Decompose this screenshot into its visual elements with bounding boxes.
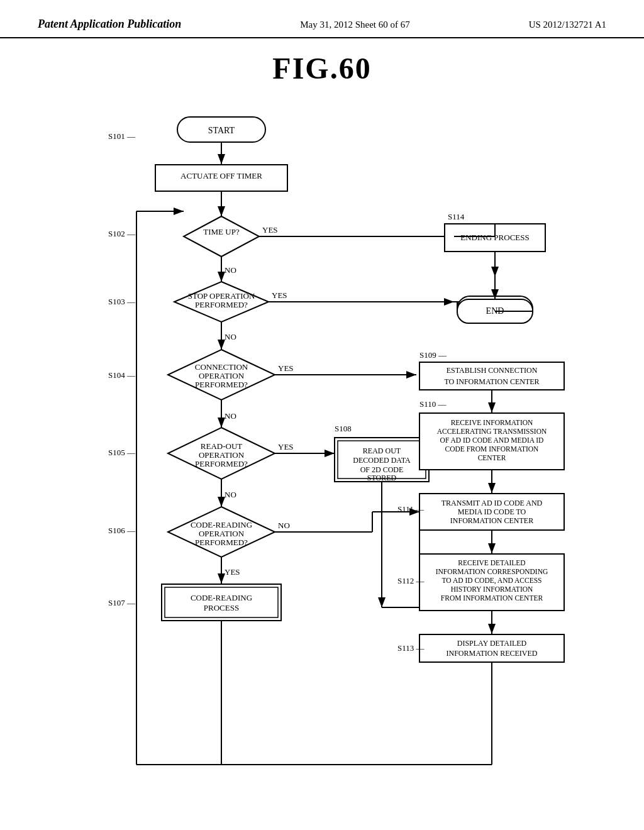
svg-text:PERFORMED?: PERFORMED? <box>195 380 248 389</box>
svg-marker-9 <box>184 216 259 257</box>
svg-text:ESTABLISH CONNECTION: ESTABLISH CONNECTION <box>447 366 538 375</box>
svg-text:RECEIVE INFORMATION: RECEIVE INFORMATION <box>451 419 533 426</box>
svg-text:STOP OPERATION: STOP OPERATION <box>188 291 255 301</box>
svg-text:YES: YES <box>278 442 294 451</box>
svg-text:S105 —: S105 — <box>108 448 136 457</box>
svg-text:ACTUATE OFF TIMER: ACTUATE OFF TIMER <box>180 171 262 180</box>
svg-text:INFORMATION CORRESPONDING: INFORMATION CORRESPONDING <box>436 568 548 575</box>
page-header: Patent Application Publication May 31, 2… <box>0 0 644 38</box>
svg-text:YES: YES <box>262 225 278 235</box>
svg-text:CONNECTION: CONNECTION <box>195 362 248 372</box>
svg-text:NO: NO <box>225 332 236 341</box>
svg-text:NO: NO <box>225 265 236 275</box>
svg-text:S107 —: S107 — <box>108 598 136 607</box>
svg-text:INFORMATION RECEIVED: INFORMATION RECEIVED <box>447 649 538 658</box>
figure-title: FIG.60 <box>38 51 606 86</box>
svg-rect-52 <box>165 587 278 617</box>
svg-text:TIME UP?: TIME UP? <box>203 227 240 236</box>
publication-label: Patent Application Publication <box>38 18 181 31</box>
svg-text:MEDIA ID CODE TO: MEDIA ID CODE TO <box>458 507 526 516</box>
svg-text:OF AD ID CODE AND MEDIA ID: OF AD ID CODE AND MEDIA ID <box>440 436 544 444</box>
svg-text:TO INFORMATION CENTER: TO INFORMATION CENTER <box>444 377 539 386</box>
svg-text:S114: S114 <box>448 212 465 221</box>
svg-text:S103 —: S103 — <box>108 297 136 306</box>
date-sheet-info: May 31, 2012 Sheet 60 of 67 <box>300 19 410 30</box>
svg-text:NO: NO <box>225 411 236 421</box>
svg-text:ACCELERATING TRANSMISSION: ACCELERATING TRANSMISSION <box>437 428 547 435</box>
svg-text:S106 —: S106 — <box>108 526 136 535</box>
svg-text:NO: NO <box>278 521 290 530</box>
svg-text:READ-OUT: READ-OUT <box>201 441 242 451</box>
svg-text:HISTORY INFORMATION: HISTORY INFORMATION <box>451 585 533 593</box>
svg-text:YES: YES <box>225 567 240 577</box>
svg-text:PERFORMED?: PERFORMED? <box>195 538 248 547</box>
svg-text:OPERATION: OPERATION <box>199 529 245 538</box>
svg-text:PERFORMED?: PERFORMED? <box>195 459 248 468</box>
svg-text:S112 —: S112 — <box>397 576 425 585</box>
flowchart-svg: START S101 — ACTUATE OFF TIMER TIME UP? … <box>45 104 599 796</box>
svg-text:OPERATION: OPERATION <box>199 371 245 380</box>
svg-text:S104 —: S104 — <box>108 370 136 380</box>
svg-text:S102 —: S102 — <box>108 229 136 238</box>
svg-text:DISPLAY DETAILED: DISPLAY DETAILED <box>457 639 527 648</box>
svg-text:CODE-READING: CODE-READING <box>191 520 252 529</box>
svg-text:YES: YES <box>278 363 294 373</box>
svg-text:S101 —: S101 — <box>108 131 136 141</box>
svg-text:STORED: STORED <box>367 473 397 482</box>
svg-text:OPERATION: OPERATION <box>199 450 245 460</box>
patent-number: US 2012/132721 A1 <box>529 19 606 30</box>
svg-text:TRANSMIT AD ID CODE AND: TRANSMIT AD ID CODE AND <box>441 499 543 507</box>
svg-text:NO: NO <box>225 490 236 499</box>
main-content: FIG.60 START S101 — ACTUATE OFF TI <box>0 38 644 815</box>
svg-text:DECODED DATA: DECODED DATA <box>353 456 411 465</box>
svg-text:CODE-READING: CODE-READING <box>191 593 252 602</box>
svg-text:YES: YES <box>272 290 287 300</box>
svg-text:PROCESS: PROCESS <box>204 603 239 612</box>
svg-text:READ OUT: READ OUT <box>363 446 401 455</box>
svg-text:S110 —: S110 — <box>419 399 447 409</box>
svg-text:INFORMATION CENTER: INFORMATION CENTER <box>450 516 533 525</box>
svg-text:S108: S108 <box>335 424 352 433</box>
svg-text:TO AD ID CODE, AND ACCESS: TO AD ID CODE, AND ACCESS <box>442 577 542 585</box>
flowchart-diagram: START S101 — ACTUATE OFF TIMER TIME UP? … <box>45 104 599 796</box>
svg-text:RECEIVE DETAILED: RECEIVE DETAILED <box>458 559 525 567</box>
svg-text:CENTER: CENTER <box>478 454 506 462</box>
svg-text:S109 —: S109 — <box>419 350 447 360</box>
svg-text:OF 2D CODE: OF 2D CODE <box>360 465 404 474</box>
svg-text:FROM INFORMATION CENTER: FROM INFORMATION CENTER <box>441 594 543 602</box>
svg-text:START: START <box>208 126 235 135</box>
svg-text:S113 —: S113 — <box>397 643 425 653</box>
svg-text:PERFORMED?: PERFORMED? <box>195 300 248 309</box>
svg-text:CODE FROM INFORMATION: CODE FROM INFORMATION <box>445 445 540 453</box>
